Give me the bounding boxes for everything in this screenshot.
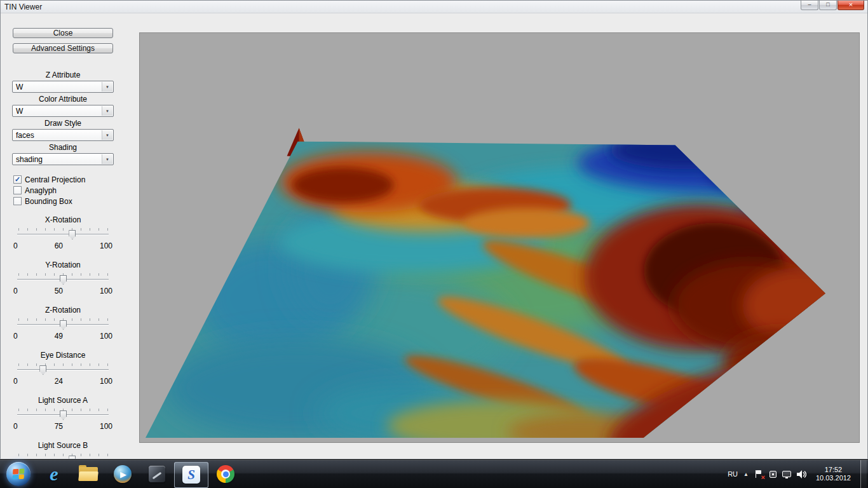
z-attribute-group: Z Attribute W ▼ (12, 71, 114, 93)
slider-z-rotation: Z-Rotation 0 49 100 (12, 306, 114, 341)
slider-track[interactable] (17, 363, 109, 375)
slider-thumb[interactable] (60, 410, 67, 420)
slider-thumb[interactable] (60, 275, 67, 285)
windows-logo-icon (13, 468, 25, 479)
maximize-button[interactable]: □ (819, 1, 837, 10)
slider-label: Eye Distance (12, 351, 114, 360)
slider-label: Light Source B (12, 441, 114, 450)
slider-max: 100 (100, 287, 112, 295)
network-icon[interactable] (782, 471, 791, 477)
slider-track[interactable] (17, 318, 109, 330)
slider-values: 0 49 100 (12, 332, 114, 341)
slider-value: 24 (55, 377, 63, 386)
language-indicator[interactable]: RU (728, 470, 738, 478)
slider-min: 0 (13, 422, 18, 431)
window-title: TIN Viewer (4, 3, 42, 11)
chevron-down-icon[interactable]: ▼ (102, 106, 112, 116)
slider-thumb[interactable] (69, 230, 76, 240)
slider-ticks (18, 454, 109, 456)
tin-viewer-app-icon: S (182, 466, 200, 484)
checkbox-label: Anaglyph (25, 186, 57, 195)
checkbox-central-projection[interactable]: ✓ Central Projection (13, 174, 85, 185)
dropdown-value: faces (16, 131, 34, 140)
slider-value: 50 (55, 287, 63, 295)
check-icon: ✓ (15, 176, 20, 183)
shading-dropdown[interactable]: shading ▼ (12, 153, 114, 165)
slider-thumb[interactable] (60, 320, 67, 330)
slider-min: 0 (13, 241, 18, 250)
draw-style-dropdown[interactable]: faces ▼ (12, 129, 114, 141)
taskbar-item-media-player[interactable]: ▶ (105, 460, 140, 488)
dropdown-value: W (16, 107, 23, 116)
draw-style-label: Draw Style (12, 119, 114, 128)
slider-values: 0 50 100 (12, 287, 114, 295)
checkbox-box[interactable]: ✓ (13, 186, 22, 194)
checkbox-box[interactable]: ✓ (13, 175, 22, 184)
show-hidden-icons-button[interactable]: ▲ (743, 471, 749, 477)
checkbox-label: Bounding Box (25, 197, 72, 206)
slider-track[interactable] (17, 228, 109, 240)
slider-value: 75 (55, 422, 63, 431)
screen: TIN Viewer – □ × Close Advanced Settings… (0, 0, 868, 488)
slider-light-source-a: Light Source A 0 75 100 (12, 396, 114, 431)
slider-ticks (18, 228, 109, 231)
taskbar-item-tin-viewer-active[interactable]: S (174, 462, 208, 488)
taskbar-item-explorer[interactable] (71, 460, 105, 488)
render-viewport[interactable] (139, 32, 860, 443)
checkbox-anaglyph[interactable]: ✓ Anaglyph (13, 185, 85, 196)
chevron-down-icon[interactable]: ▼ (102, 130, 112, 140)
checkbox-bounding-box[interactable]: ✓ Bounding Box (13, 196, 85, 207)
slider-values: 0 24 100 (12, 377, 114, 386)
action-center-icon[interactable] (754, 470, 764, 478)
chrome-icon (217, 465, 234, 483)
z-attribute-dropdown[interactable]: W ▼ (12, 81, 114, 93)
shading-group: Shading shading ▼ (12, 144, 114, 165)
color-attribute-dropdown[interactable]: W ▼ (12, 105, 114, 117)
terrain-3d-render[interactable] (140, 33, 859, 442)
clock-date: 10.03.2012 (816, 474, 851, 482)
start-button[interactable] (6, 462, 31, 486)
slider-value: 49 (55, 332, 63, 341)
slider-values: 0 60 100 (12, 241, 114, 250)
taskbar-item-internet-explorer[interactable]: e (37, 460, 71, 488)
folder-icon (79, 467, 98, 481)
dropdown-value: W (16, 83, 23, 92)
slider-thumb[interactable] (69, 456, 76, 459)
chevron-down-icon[interactable]: ▼ (102, 154, 112, 164)
slider-track[interactable] (17, 273, 109, 285)
close-button[interactable]: Close (13, 28, 113, 38)
system-tray: RU ▲ 17:52 10.03.2012 (728, 460, 868, 488)
slider-label: X-Rotation (12, 215, 114, 224)
checkbox-box[interactable]: ✓ (13, 197, 22, 205)
client-area: Close Advanced Settings Z Attribute W ▼ … (1, 13, 867, 459)
taskbar-item-pinned-app[interactable] (140, 460, 174, 488)
window-controls: – □ × (800, 1, 864, 10)
titlebar: TIN Viewer – □ × (1, 1, 867, 13)
z-attribute-label: Z Attribute (12, 71, 114, 79)
show-desktop-button[interactable] (860, 460, 867, 488)
chevron-down-icon[interactable]: ▼ (102, 82, 112, 92)
checkbox-label: Central Projection (25, 175, 85, 184)
slider-rail (17, 234, 109, 235)
slider-track[interactable] (17, 409, 109, 420)
minimize-button[interactable]: – (801, 1, 818, 10)
volume-icon[interactable] (797, 470, 806, 478)
close-window-button[interactable]: × (837, 1, 864, 10)
device-tray-icon[interactable] (770, 471, 776, 478)
slider-track[interactable] (17, 454, 109, 459)
slider-ticks (18, 363, 109, 366)
draw-style-group: Draw Style faces ▼ (12, 119, 114, 141)
slider-max: 100 (100, 377, 112, 386)
pinned-app-icon (149, 466, 165, 482)
control-panel: Close Advanced Settings Z Attribute W ▼ … (1, 13, 125, 459)
clock[interactable]: 17:52 10.03.2012 (816, 466, 851, 482)
slider-thumb[interactable] (39, 365, 46, 375)
slider-x-rotation: X-Rotation 0 60 100 (12, 215, 114, 250)
taskbar-item-chrome[interactable] (208, 460, 243, 488)
slider-eye-distance: Eye Distance 0 24 100 (12, 351, 114, 386)
dropdown-value: shading (16, 155, 43, 164)
slider-max: 100 (100, 332, 112, 341)
slider-rail (17, 369, 109, 370)
taskbar: e ▶ S RU ▲ (0, 459, 868, 488)
advanced-settings-button[interactable]: Advanced Settings (13, 43, 113, 53)
